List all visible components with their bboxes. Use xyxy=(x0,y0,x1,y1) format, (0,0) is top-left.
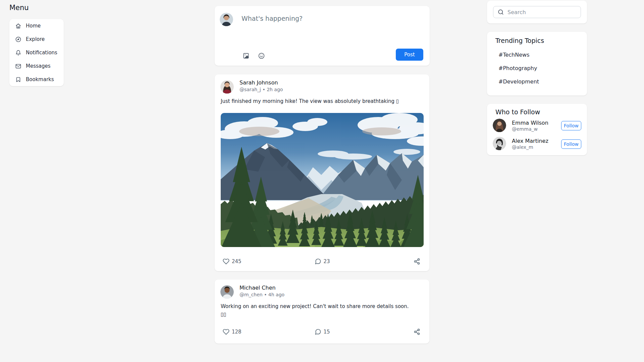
author-handle-timestamp: @m_chen • 4h ago xyxy=(239,292,284,297)
author-handle-timestamp: @sarah_j • 2h ago xyxy=(239,87,283,92)
post-actions: 245 23 xyxy=(221,258,424,266)
post-actions: 128 15 xyxy=(221,328,424,337)
trending-topic-technews[interactable]: #TechNews xyxy=(498,52,529,58)
sidebar-item-bookmarks[interactable]: Bookmarks xyxy=(9,73,64,86)
menu-card: Home Explore Notifications Messages Book… xyxy=(9,19,64,86)
follow-button[interactable]: Follow xyxy=(561,139,581,149)
post-text-line1: Working on an exciting new project! Can'… xyxy=(221,302,409,310)
composer-input[interactable] xyxy=(241,15,419,46)
heart-icon xyxy=(223,258,229,265)
post-text-line2: ▯▯ xyxy=(221,310,409,318)
share-icon xyxy=(414,258,420,265)
trending-topic-development[interactable]: #Development xyxy=(498,78,539,85)
trending-title: Trending Topics xyxy=(495,37,544,44)
who-to-follow-card: Who to Follow Emma Wilson @emma_w Follow… xyxy=(487,104,587,155)
sidebar-item-messages[interactable]: Messages xyxy=(9,59,64,73)
comment-count: 15 xyxy=(323,329,330,335)
post-card: Sarah Johnson @sarah_j • 2h ago Just fin… xyxy=(215,74,429,271)
compass-icon xyxy=(15,37,21,42)
bookmark-icon xyxy=(15,77,21,82)
home-icon xyxy=(15,23,21,29)
heart-icon xyxy=(223,328,229,335)
composer-card: Post xyxy=(215,6,430,66)
who-to-follow-title: Who to Follow xyxy=(495,108,540,116)
trending-topics-card: Trending Topics #TechNews #Photography #… xyxy=(487,32,587,96)
share-button[interactable] xyxy=(414,328,420,335)
comment-count: 23 xyxy=(323,258,330,264)
author-name[interactable]: Sarah Johnson xyxy=(239,79,278,86)
sidebar-item-label: Notifications xyxy=(26,50,57,56)
comment-icon xyxy=(314,328,321,335)
author-avatar[interactable] xyxy=(220,80,234,94)
sidebar-item-label: Bookmarks xyxy=(26,76,54,82)
suggested-user-avatar[interactable] xyxy=(493,119,506,132)
envelope-icon xyxy=(15,63,21,69)
emoji-icon[interactable] xyxy=(258,53,265,59)
search-card xyxy=(487,1,587,23)
author-avatar[interactable] xyxy=(220,285,234,299)
post-image-mountain-landscape xyxy=(221,113,424,247)
post-button[interactable]: Post xyxy=(396,49,423,61)
author-name[interactable]: Michael Chen xyxy=(239,285,276,291)
like-button[interactable]: 128 xyxy=(223,328,241,335)
post-card: Michael Chen @m_chen • 4h ago Working on… xyxy=(215,280,429,344)
sidebar-item-notifications[interactable]: Notifications xyxy=(9,46,64,59)
share-icon xyxy=(414,328,420,335)
image-icon[interactable] xyxy=(243,53,249,59)
suggested-user-handle: @emma_w xyxy=(512,126,538,132)
suggested-user-avatar[interactable] xyxy=(493,137,506,150)
bell-icon xyxy=(15,50,21,56)
composer-toolbar xyxy=(243,53,265,59)
suggested-user-handle: @alex_m xyxy=(512,144,533,150)
like-count: 245 xyxy=(232,258,241,264)
share-button[interactable] xyxy=(414,258,420,265)
post-text: Working on an exciting new project! Can'… xyxy=(221,302,409,318)
search-input[interactable] xyxy=(493,6,581,18)
trending-topic-photography[interactable]: #Photography xyxy=(498,65,537,71)
menu-title: Menu xyxy=(9,4,29,12)
sidebar-item-label: Messages xyxy=(26,63,51,69)
like-button[interactable]: 245 xyxy=(223,258,241,265)
post-text: Just finished my morning hike! The view … xyxy=(221,97,399,105)
sidebar-item-explore[interactable]: Explore xyxy=(9,33,64,46)
sidebar-item-label: Home xyxy=(26,23,41,29)
comment-icon xyxy=(314,258,321,265)
comment-button[interactable]: 23 xyxy=(314,258,330,265)
suggested-user-name[interactable]: Alex Martinez xyxy=(512,138,548,144)
current-user-avatar xyxy=(220,13,233,26)
comment-button[interactable]: 15 xyxy=(314,328,330,335)
like-count: 128 xyxy=(232,329,241,335)
suggested-user-name[interactable]: Emma Wilson xyxy=(512,120,548,126)
sidebar-item-home[interactable]: Home xyxy=(9,19,64,33)
sidebar-item-label: Explore xyxy=(26,36,45,42)
follow-button[interactable]: Follow xyxy=(561,121,581,130)
